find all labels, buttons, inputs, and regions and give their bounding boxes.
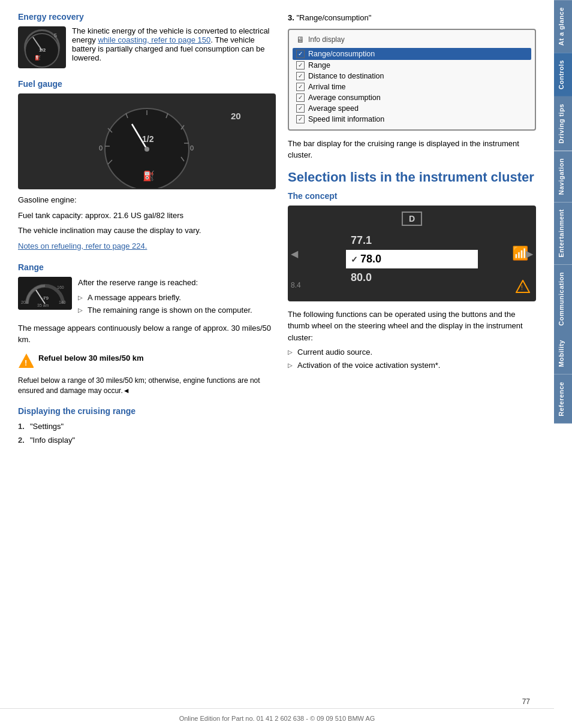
svg-text:160: 160 [57,285,64,289]
svg-text:140: 140 [59,300,66,304]
warning-triangle-svg: ! [18,352,34,369]
displaying-step2: 2. "Info display" [18,434,276,446]
checkmark: ✓ [351,255,358,264]
instrument-warning-icon: ! [516,280,530,295]
fuel-gauge-section: Fuel gauge [18,79,276,252]
info-label-avg-speed: Average speed [308,104,359,113]
info-display-header-text: Info display [308,35,345,44]
checkbox-range [296,61,305,70]
concept-bullet-2: Activation of the voice activation syste… [288,360,536,371]
inclination-text: The vehicle inclination may cause the di… [18,225,276,237]
warning-text-block: Refuel below 30 miles/50 km [38,353,144,367]
concept-bullet-1: Current audio source. [288,347,536,358]
energy-recovery-section: Energy recovery 1/2 ⛽ 5 [18,12,276,68]
sidebar-tab-controls[interactable]: Controls [554,53,572,96]
svg-point-16 [144,147,149,152]
instrument-side-num: 8.4 [291,281,301,289]
info-row-arrival: Arrival time [296,81,528,92]
info-row-avg-consumption: Average consumption [296,92,528,103]
info-label-distance: Distance to destination [308,72,384,80]
svg-marker-33 [516,280,529,292]
energy-recovery-text: The kinetic energy of the vehicle is con… [72,26,276,62]
gasoline-text: Gasoline engine: [18,194,276,206]
info-row-range: Range [296,60,528,71]
right-nav-arrows: ▶ [526,247,533,259]
info-label-range-consumption: Range/consumption [308,50,375,58]
info-row-distance: Distance to destination [296,71,528,81]
range-after-reserve: After the reserve range is reached: A me… [78,277,252,318]
sidebar-tab-navigation[interactable]: Navigation [554,151,572,202]
concept-title: The concept [288,191,536,201]
energy-recovery-image: 1/2 ⛽ 5 [18,26,66,68]
svg-text:1/2: 1/2 [39,47,46,53]
displaying-step1: 1. "Settings" [18,421,276,433]
bar-display-text: The bar display for the cruising range i… [288,138,536,161]
selection-lists-title: Selection lists in the instrument cluste… [288,170,536,185]
range-bullet-2: The remaining range is shown on the comp… [78,305,252,316]
checkbox-range-consumption [296,50,305,58]
page-footer: Online Edition for Part no. 01 41 2 602 … [0,708,554,728]
instrument-val1: 77.1 [346,231,478,250]
checkbox-distance [296,72,305,80]
svg-text:⛽: ⛽ [35,55,41,61]
info-label-arrival: Arrival time [308,83,346,91]
coasting-link[interactable]: while coasting, refer to page 150 [98,35,210,44]
range-title: Range [18,262,276,272]
sidebar-tab-communication[interactable]: Communication [554,265,572,333]
step3-num: 3. [288,13,294,22]
instrument-val3: 80.0 [346,268,478,287]
sidebar-tab-mobility[interactable]: Mobility [554,333,572,374]
svg-text:79: 79 [43,295,49,301]
range-section: Range → 79 [18,262,276,395]
svg-text:20: 20 [231,111,241,121]
fuel-gauge-title: Fuel gauge [18,79,276,89]
svg-text:20: 20 [21,300,26,304]
svg-text:0: 0 [99,144,103,152]
svg-text:⛽: ⛽ [143,170,155,182]
info-row-speed-limit: Speed limit information [296,114,528,125]
d-label: D [402,212,422,226]
range-svg: → 79 35 am 20 140 160 [18,277,72,310]
range-image: → 79 35 am 20 140 160 [18,277,72,310]
info-label-speed-limit: Speed limit information [308,115,384,123]
svg-text:0: 0 [190,144,194,152]
capacity-text: Fuel tank capacity: approx. 21.6 US gal/… [18,210,276,222]
checkbox-avg-speed [296,104,305,113]
displaying-section: Displaying the cruising range 1. "Settin… [18,406,276,446]
instrument-val2: ✓ 78.0 [346,250,478,268]
checkbox-speed-limit [296,115,305,123]
gauge-svg: 1/2 ⛽ 5 [18,26,66,68]
concept-bullets: Current audio source. Activation of the … [288,347,536,370]
checkbox-arrival [296,83,305,91]
refueling-link[interactable]: Notes on refueling, refer to page 224. [18,241,147,250]
fuel-gauge-svg: 1/2 0 0 20 ⛽ [33,95,261,188]
info-display-header: 🖥 Info display [296,35,528,44]
left-column: Energy recovery 1/2 ⛽ 5 [18,12,276,685]
sidebar-tab-driving-tips[interactable]: Driving tips [554,96,572,151]
instrument-display-image: ◀ D 77.1 ✓ 78.0 [288,206,536,301]
svg-text:!: ! [25,358,27,367]
step3: 3. "Range/consumption" [288,12,536,24]
energy-recovery-title: Energy recovery [18,12,276,22]
range-msg-text: The message appears continuously below a… [18,322,276,346]
svg-text:!: ! [521,285,523,291]
concept-body-text: The following functions can be operated … [288,309,536,344]
svg-text:1/2: 1/2 [142,134,154,144]
checkbox-avg-consumption [296,93,305,102]
info-display-box: 🖥 Info display Range/consumption Range [288,29,536,131]
info-display-icon: 🖥 [296,35,305,44]
info-label-avg-consumption: Average consumption [308,93,381,102]
svg-text:35 am: 35 am [37,303,49,307]
sidebar-tab-entertainment[interactable]: Entertainment [554,202,572,264]
sidebar-tab-reference[interactable]: Reference [554,374,572,424]
sidebar-tab-at-glance[interactable]: At a glance [554,0,572,53]
fuel-gauge-image: 1/2 0 0 20 ⛽ [18,93,276,189]
left-nav-arrows: ◀ [291,247,298,259]
svg-text:5: 5 [54,32,57,38]
range-bullet-1: A message appears briefly. [78,292,252,303]
info-row-range-consumption: Range/consumption [293,48,531,60]
right-column: 3. "Range/consumption" 🖥 Info display Ra… [288,12,536,685]
sidebar: At a glance Controls Driving tips Naviga… [554,0,572,728]
info-row-avg-speed: Average speed [296,103,528,114]
info-label-range: Range [308,61,330,70]
